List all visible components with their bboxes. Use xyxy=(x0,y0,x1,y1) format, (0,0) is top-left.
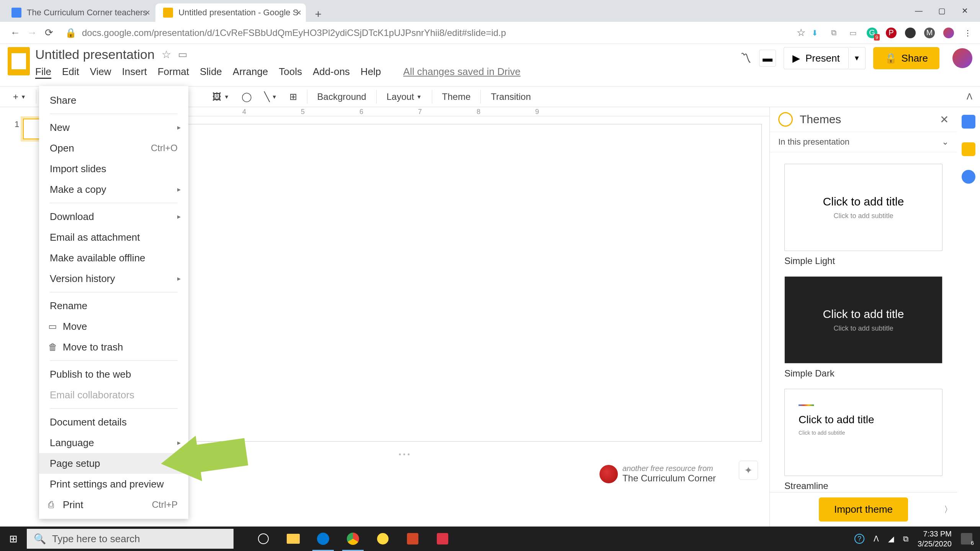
edge-icon[interactable] xyxy=(309,527,338,551)
document-title[interactable]: Untitled presentation xyxy=(35,47,155,62)
save-status[interactable]: All changes saved in Drive xyxy=(403,66,520,79)
acrobat-icon[interactable] xyxy=(428,527,457,551)
theme-name: Simple Light xyxy=(784,256,942,266)
menu-slide[interactable]: Slide xyxy=(200,66,222,79)
submenu-icon: ▸ xyxy=(177,185,181,194)
notifications-icon[interactable]: 6 xyxy=(961,533,972,544)
minimize-icon[interactable]: — xyxy=(907,3,930,18)
menu-import-slides[interactable]: Import slides xyxy=(39,158,188,179)
menu-share[interactable]: Share xyxy=(39,90,188,111)
menu-tools[interactable]: Tools xyxy=(279,66,302,79)
dropbox-icon[interactable]: ⧉ xyxy=(903,535,908,543)
shape-button[interactable]: ◯ xyxy=(236,88,257,105)
menu-insert[interactable]: Insert xyxy=(122,66,147,79)
close-icon[interactable]: ✕ xyxy=(940,113,949,126)
import-theme-button[interactable]: Import theme xyxy=(819,497,908,522)
comments-icon[interactable]: ▬ xyxy=(759,50,776,67)
pinterest-icon[interactable]: P xyxy=(886,28,897,38)
app-icon[interactable] xyxy=(368,527,397,551)
menu-new[interactable]: New▸ xyxy=(39,117,188,138)
search-input[interactable]: 🔍 Type here to search xyxy=(27,529,234,549)
menu-rename[interactable]: Rename xyxy=(39,295,188,316)
menu-publish[interactable]: Publish to the web xyxy=(39,364,188,385)
collapse-icon[interactable]: ᐱ xyxy=(967,92,972,102)
profile-avatar[interactable] xyxy=(943,28,954,38)
dropbox-icon[interactable]: ⧉ xyxy=(828,28,839,38)
menu-version-history[interactable]: Version history▸ xyxy=(39,268,188,289)
slides-logo[interactable] xyxy=(8,47,30,75)
background-button[interactable]: Background xyxy=(312,88,372,105)
gmail-icon[interactable]: M xyxy=(924,28,935,38)
star-icon[interactable]: ☆ xyxy=(792,24,809,41)
new-tab-button[interactable]: + xyxy=(310,7,326,22)
menu-help[interactable]: Help xyxy=(361,66,381,79)
lock-icon: 🔒 xyxy=(65,28,77,38)
menu-open[interactable]: OpenCtrl+O xyxy=(39,138,188,158)
calendar-icon[interactable] xyxy=(962,115,975,129)
forward-icon[interactable]: → xyxy=(24,24,41,41)
share-button[interactable]: 🔒 Share xyxy=(873,47,939,69)
powerpoint-icon[interactable] xyxy=(398,527,427,551)
menu-document-details[interactable]: Document details xyxy=(39,412,188,432)
browser-tab[interactable]: The Curriculum Corner teachers × xyxy=(4,3,155,22)
close-window-icon[interactable]: ✕ xyxy=(953,3,976,18)
url-field[interactable]: 🔒 docs.google.com/presentation/d/1CvReFS… xyxy=(57,28,792,38)
theme-card-simple-dark[interactable]: Click to add title Click to add subtitle xyxy=(784,276,942,364)
extension-icon[interactable] xyxy=(905,28,916,38)
menu-move[interactable]: ▭Move xyxy=(39,316,188,337)
menu-addons[interactable]: Add-ons xyxy=(313,66,350,79)
theme-card-simple-light[interactable]: Click to add title Click to add subtitle xyxy=(784,164,942,251)
clock[interactable]: 7:33 PM 3/25/2020 xyxy=(918,529,952,549)
back-icon[interactable]: ← xyxy=(7,24,24,41)
line-button[interactable]: ╲ ▼ xyxy=(259,88,283,105)
start-button[interactable]: ⊞ xyxy=(0,527,27,551)
menu-email-attachment[interactable]: Email as attachment xyxy=(39,227,188,248)
move-folder-icon[interactable]: ▭ xyxy=(178,49,188,60)
close-icon[interactable]: × xyxy=(296,7,301,18)
theme-card-streamline[interactable]: Click to add title Click to add subtitle xyxy=(784,389,942,476)
side-panel xyxy=(957,107,980,527)
activity-icon[interactable]: 〽 xyxy=(740,52,751,65)
present-dropdown[interactable]: ▼ xyxy=(849,47,866,69)
explorer-icon[interactable] xyxy=(279,527,308,551)
tasks-icon[interactable] xyxy=(962,170,975,184)
menu-view[interactable]: View xyxy=(90,66,111,79)
theme-button[interactable]: Theme xyxy=(437,88,476,105)
menu-arrange[interactable]: Arrange xyxy=(233,66,268,79)
themes-filter[interactable]: In this presentation ⌄ xyxy=(770,132,957,152)
explore-button[interactable]: ✦ xyxy=(739,461,758,480)
help-icon[interactable]: ? xyxy=(854,534,864,544)
chevron-right-icon[interactable]: 〉 xyxy=(944,504,952,515)
menu-make-copy[interactable]: Make a copy▸ xyxy=(39,179,188,200)
menu-download[interactable]: Download▸ xyxy=(39,206,188,227)
menu-print[interactable]: ⎙PrintCtrl+P xyxy=(39,494,188,515)
menu-icon[interactable]: ⋮ xyxy=(962,28,973,38)
maximize-icon[interactable]: ▢ xyxy=(930,3,953,18)
layout-button[interactable]: Layout ▼ xyxy=(381,88,427,105)
cortana-icon[interactable] xyxy=(249,527,278,551)
menu-offline[interactable]: Make available offline xyxy=(39,248,188,268)
wifi-icon[interactable]: ◢ xyxy=(888,534,894,543)
browser-tab[interactable]: Untitled presentation - Google S × xyxy=(155,3,306,22)
transition-button[interactable]: Transition xyxy=(485,88,536,105)
star-icon[interactable]: ☆ xyxy=(162,48,171,61)
reload-icon[interactable]: ⟳ xyxy=(41,24,57,41)
present-button[interactable]: ▶ Present xyxy=(784,47,849,69)
account-avatar[interactable] xyxy=(952,48,972,68)
menu-format[interactable]: Format xyxy=(158,66,189,79)
extension-icon[interactable]: ⬇ xyxy=(809,28,820,38)
grammarly-icon[interactable]: G9 xyxy=(867,28,877,38)
image-button[interactable]: 🖼 ▼ xyxy=(207,88,235,105)
new-slide-button[interactable]: + ▼ xyxy=(8,88,31,105)
tray-chevron-icon[interactable]: ᐱ xyxy=(874,534,879,543)
site-icon xyxy=(11,8,21,18)
chrome-icon[interactable] xyxy=(338,527,368,551)
extension-icon[interactable]: ▭ xyxy=(848,28,858,38)
search-icon: 🔍 xyxy=(34,533,46,545)
close-icon[interactable]: × xyxy=(145,7,150,18)
keep-icon[interactable] xyxy=(962,142,975,156)
menu-edit[interactable]: Edit xyxy=(62,66,79,79)
comment-button[interactable]: ⊞ xyxy=(284,88,302,105)
menu-file[interactable]: File xyxy=(35,66,51,79)
menu-trash[interactable]: 🗑Move to trash xyxy=(39,337,188,357)
